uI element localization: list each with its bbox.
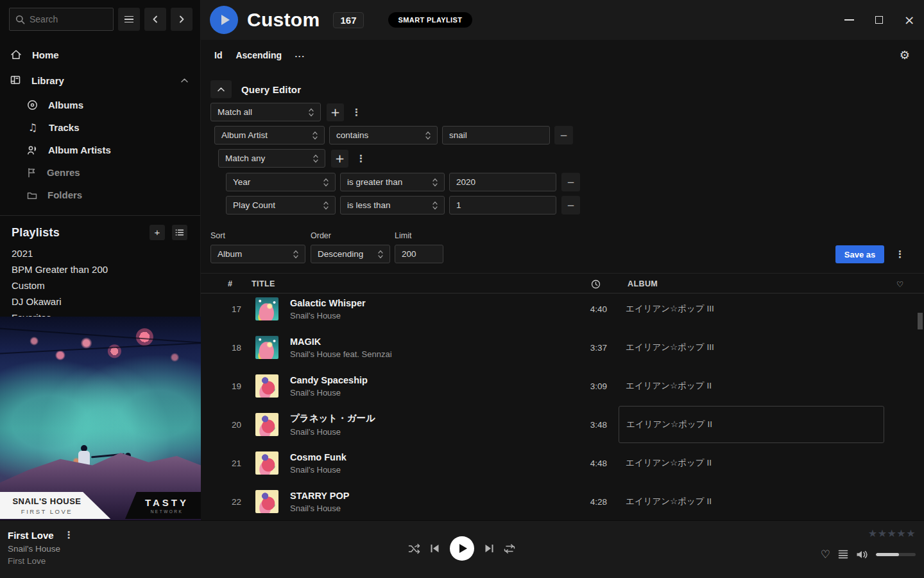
table-row[interactable]: 22 STARRY POP Snail's House 4:28 エイリアン☆ポ…	[201, 482, 924, 521]
playlist-list-button[interactable]	[172, 225, 187, 240]
more-options-button[interactable]: •••	[295, 52, 305, 59]
next-track-button[interactable]	[484, 543, 494, 554]
add-group-rule-button[interactable]: +	[331, 150, 348, 168]
track-list: 17 Galactic Whisper Snail's House 4:40 エ…	[201, 290, 924, 523]
sidebar-item-albums[interactable]: Albums	[0, 94, 200, 116]
track-duration: 3:37	[578, 343, 622, 353]
table-row[interactable]: 17 Galactic Whisper Snail's House 4:40 エ…	[201, 290, 924, 328]
home-icon	[10, 49, 22, 60]
select-updown-icon	[323, 201, 329, 210]
rating-star[interactable]: ★	[878, 527, 887, 539]
rating-star[interactable]: ★	[906, 527, 916, 539]
track-album: エイリアン☆ポップ II	[622, 380, 892, 392]
table-row[interactable]: 20 プラネット・ガール Snail's House 3:48 エイリアン☆ポッ…	[201, 405, 924, 444]
track-number: 21	[210, 459, 249, 468]
minimize-button[interactable]	[844, 15, 854, 25]
group-match-type-select[interactable]: Match any	[218, 149, 325, 168]
playlist-item[interactable]: DJ Okawari	[12, 293, 189, 310]
add-playlist-button[interactable]: +	[150, 225, 165, 240]
group-menu-button[interactable]: ⋮	[354, 153, 368, 164]
maximize-button[interactable]	[874, 15, 884, 25]
rule-field-select[interactable]: Play Count	[226, 196, 336, 215]
back-button[interactable]	[144, 8, 166, 31]
volume-slider[interactable]	[876, 553, 916, 556]
collapse-query-editor-button[interactable]	[210, 80, 232, 98]
main-panel: Custom 167 SMART PLAYLIST × Id Ascending…	[201, 0, 924, 520]
order-select[interactable]: Descending	[311, 245, 390, 263]
rating-star[interactable]: ★	[868, 527, 878, 539]
volume-icon[interactable]	[856, 550, 868, 559]
track-album-focused-cell[interactable]: エイリアン☆ポップ II	[619, 406, 884, 443]
sidebar-item-genres[interactable]: Genres	[0, 161, 200, 184]
repeat-button[interactable]	[503, 543, 516, 554]
scrollbar-thumb[interactable]	[918, 313, 923, 329]
track-number: 19	[210, 381, 249, 391]
select-updown-icon	[312, 131, 318, 140]
save-menu-button[interactable]: ⋮	[893, 249, 907, 260]
settings-gear-icon[interactable]: ⚙	[900, 48, 910, 62]
table-row[interactable]: 21 Cosmo Funk Snail's House 4:48 エイリアン☆ポ…	[201, 444, 924, 482]
group-menu-button[interactable]: ⋮	[349, 107, 364, 118]
search-input[interactable]	[30, 14, 107, 24]
remove-rule-button[interactable]: −	[561, 196, 580, 215]
add-rule-button[interactable]: +	[327, 103, 344, 121]
favorite-button[interactable]: ♡	[821, 548, 830, 561]
rating-star[interactable]: ★	[887, 527, 896, 539]
sort-field-button[interactable]: Id	[214, 50, 222, 60]
record-label-sub: NETWORK	[151, 509, 184, 514]
close-button[interactable]: ×	[904, 15, 914, 25]
playlist-item[interactable]: Custom	[12, 277, 189, 293]
sidebar-item-album-artists[interactable]: Album Artists	[0, 139, 200, 161]
play-playlist-button[interactable]	[210, 6, 238, 34]
player-bar: First Love ⋮ Snail's House First Love 0:…	[0, 520, 924, 578]
sort-select[interactable]: Album	[210, 245, 305, 263]
rule-field-select[interactable]: Album Artist	[214, 126, 325, 144]
rating-star[interactable]: ★	[896, 527, 906, 539]
sort-direction-button[interactable]: Ascending	[235, 50, 282, 60]
collapse-chevron-icon[interactable]	[180, 78, 189, 83]
sidebar-item-folders[interactable]: Folders	[0, 184, 200, 206]
shuffle-button[interactable]	[408, 543, 421, 554]
sidebar-item-tracks[interactable]: ♫ Tracks	[0, 116, 200, 139]
rule-value-input[interactable]	[449, 173, 556, 191]
limit-input[interactable]	[395, 245, 443, 263]
rule-value-input[interactable]	[449, 196, 556, 215]
playlist-item[interactable]: BPM Greater than 200	[12, 261, 189, 277]
track-number: 22	[210, 497, 249, 507]
now-playing-title: First Love	[8, 530, 54, 541]
rule-value-input[interactable]	[442, 126, 550, 144]
remove-rule-button[interactable]: −	[561, 173, 580, 191]
sidebar-item-label: Genres	[47, 167, 80, 178]
queue-button[interactable]	[838, 550, 848, 559]
table-row[interactable]: 18 MAGIK Snail's House feat. Sennzai 3:3…	[201, 328, 924, 367]
rule-operator-select[interactable]: is less than	[340, 196, 445, 215]
plus-icon: +	[335, 152, 345, 165]
play-pause-button[interactable]	[450, 536, 474, 561]
track-artist: Snail's House	[290, 427, 578, 437]
remove-rule-button[interactable]: −	[554, 126, 573, 144]
match-type-select[interactable]: Match all	[210, 103, 321, 121]
album-art-thumbnail	[255, 374, 278, 398]
track-title: MAGIK	[290, 337, 578, 347]
playlist-item[interactable]: 2021	[12, 245, 189, 261]
rule-field-select[interactable]: Year	[226, 173, 336, 191]
search-box[interactable]	[9, 8, 114, 31]
menu-button[interactable]	[118, 8, 140, 31]
table-row[interactable]: 19 Candy Spaceship Snail's House 3:09 エイ…	[201, 367, 924, 405]
select-value: is greater than	[347, 177, 402, 187]
sidebar-item-label: Albums	[48, 100, 83, 110]
rule-operator-select[interactable]: contains	[329, 126, 438, 144]
rating-stars[interactable]: ★★★★★	[813, 529, 916, 539]
sidebar-item-library[interactable]: Library	[0, 68, 200, 92]
save-as-button[interactable]: Save as	[835, 245, 884, 263]
sidebar-item-home[interactable]: Home	[0, 42, 200, 67]
now-playing-menu-button[interactable]: ⋮	[62, 529, 76, 541]
search-icon	[15, 15, 25, 24]
track-duration: 3:48	[578, 420, 622, 430]
forward-button[interactable]	[171, 8, 193, 31]
previous-track-button[interactable]	[430, 543, 440, 554]
sidebar-item-label: Album Artists	[48, 144, 111, 155]
rule-operator-select[interactable]: is greater than	[340, 173, 445, 191]
select-value: Match all	[218, 107, 252, 117]
album-art-thumbnail	[255, 451, 278, 475]
